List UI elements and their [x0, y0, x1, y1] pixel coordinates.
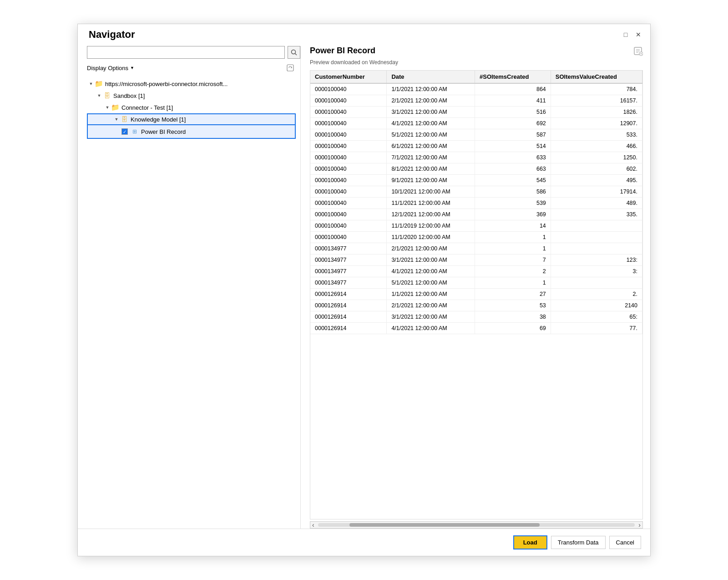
minimize-button[interactable]: □ — [621, 30, 630, 39]
table-row: 00001269144/1/2021 12:00:00 AM6977. — [310, 323, 642, 334]
table-row: 00001349773/1/2021 12:00:00 AM7123: — [310, 254, 642, 266]
table-cell: 0000100040 — [310, 141, 387, 152]
options-row: Display Options ▼ — [87, 62, 300, 73]
tree-label-power-bi-record: Power BI Record — [141, 128, 186, 135]
search-button[interactable] — [288, 46, 300, 59]
folder-icon-connector: 📁 — [111, 104, 120, 111]
close-button[interactable]: ✕ — [634, 30, 643, 39]
table-cell: 1 — [475, 277, 551, 289]
table-cell: 11/1/2021 12:00:00 AM — [387, 198, 475, 209]
table-cell: 0000100040 — [310, 232, 387, 243]
table-cell: 4/1/2021 12:00:00 AM — [387, 323, 475, 334]
table-row: 00001000408/1/2021 12:00:00 AM663602. — [310, 163, 642, 175]
data-table-container[interactable]: CustomerNumber Date #SOItemsCreated SOIt… — [310, 70, 643, 519]
table-cell: 2/1/2021 12:00:00 AM — [387, 95, 475, 107]
settings-icon — [633, 46, 643, 56]
table-cell: 0000100040 — [310, 198, 387, 209]
tree-label-knowledge-model: Knowledge Model [1] — [131, 116, 186, 123]
db-icon-sandbox: 🗄 — [102, 92, 111, 99]
search-input[interactable] — [87, 46, 285, 59]
table-cell: 10/1/2021 12:00:00 AM — [387, 186, 475, 198]
table-cell: 3/1/2021 12:00:00 AM — [387, 311, 475, 323]
toggle-icon-connector: ▼ — [104, 104, 111, 111]
svg-rect-2 — [287, 65, 293, 71]
table-cell: 3/1/2021 12:00:00 AM — [387, 254, 475, 266]
table-cell: 2/1/2021 12:00:00 AM — [387, 243, 475, 254]
toggle-icon-sandbox: ▼ — [96, 92, 102, 99]
cancel-button[interactable]: Cancel — [609, 536, 641, 549]
horizontal-scrollbar[interactable]: ‹ › — [310, 521, 643, 529]
table-cell: 545 — [475, 175, 551, 186]
table-cell: 335. — [551, 209, 642, 220]
table-cell: 5/1/2021 12:00:00 AM — [387, 277, 475, 289]
table-row: 00001000403/1/2021 12:00:00 AM5161826. — [310, 107, 642, 118]
preview-title-text: Power BI Record — [310, 46, 375, 56]
right-panel: Power BI Record Preview downloaded on We… — [301, 46, 650, 529]
chevron-down-icon: ▼ — [130, 66, 134, 70]
display-options-label: Display Options — [87, 65, 128, 71]
table-cell: 411 — [475, 95, 551, 107]
table-cell: 0000100040 — [310, 95, 387, 107]
table-cell: 8/1/2021 12:00:00 AM — [387, 163, 475, 175]
table-cell: 2. — [551, 289, 642, 300]
table-row: 000010004010/1/2021 12:00:00 AM58617914. — [310, 186, 642, 198]
table-cell — [551, 277, 642, 289]
tree-item-sandbox[interactable]: ▼ 🗄 Sandbox [1] — [87, 90, 300, 102]
svg-point-0 — [292, 50, 296, 54]
tree-item-root[interactable]: ▼ 📁 https://microsoft-powerbi-connector.… — [87, 78, 300, 90]
display-options-button[interactable]: Display Options ▼ — [87, 65, 134, 71]
table-cell: 11/1/2020 12:00:00 AM — [387, 232, 475, 243]
table-cell: 663 — [475, 163, 551, 175]
table-body: 00001000401/1/2021 12:00:00 AM864784.000… — [310, 83, 642, 334]
table-cell: 0000126914 — [310, 323, 387, 334]
tree-item-power-bi-record[interactable]: ✓ ⊞ Power BI Record — [87, 125, 296, 139]
table-cell: 0000100040 — [310, 107, 387, 118]
col-header-so-items-created: #SOItemsCreated — [475, 71, 551, 83]
transform-data-button[interactable]: Transform Data — [551, 536, 606, 549]
checkbox-power-bi-record[interactable]: ✓ — [121, 128, 128, 135]
table-cell: 533. — [551, 129, 642, 141]
table-row: 000010004012/1/2021 12:00:00 AM369335. — [310, 209, 642, 220]
table-cell: 5/1/2021 12:00:00 AM — [387, 129, 475, 141]
table-header-row: CustomerNumber Date #SOItemsCreated SOIt… — [310, 71, 642, 83]
table-cell: 516 — [475, 107, 551, 118]
table-row: 000010004011/1/2020 12:00:00 AM1 — [310, 232, 642, 243]
tree-item-connector[interactable]: ▼ 📁 Connector - Test [1] — [87, 102, 300, 113]
table-cell: 602. — [551, 163, 642, 175]
load-button[interactable]: Load — [513, 535, 547, 549]
table-cell: 1/1/2021 12:00:00 AM — [387, 83, 475, 95]
tree-item-knowledge-model[interactable]: ▼ 🗄 Knowledge Model [1] — [87, 113, 296, 125]
preview-refresh-icon[interactable] — [633, 46, 643, 58]
table-row: 00001000404/1/2021 12:00:00 AM69212907. — [310, 118, 642, 129]
scroll-right-icon[interactable]: › — [637, 521, 642, 529]
table-cell: 1250. — [551, 152, 642, 163]
preview-subtitle: Preview downloaded on Wednesday — [310, 59, 643, 66]
table-cell: 784. — [551, 83, 642, 95]
table-cell: 2 — [475, 266, 551, 277]
col-header-so-items-value: SOItemsValueCreated — [551, 71, 642, 83]
table-cell: 7 — [475, 254, 551, 266]
table-cell: 9/1/2021 12:00:00 AM — [387, 175, 475, 186]
table-row: 00001349774/1/2021 12:00:00 AM23: — [310, 266, 642, 277]
table-cell: 0000126914 — [310, 289, 387, 300]
table-cell: 0000134977 — [310, 266, 387, 277]
footer: Load Transform Data Cancel — [78, 529, 650, 556]
table-cell: 6/1/2021 12:00:00 AM — [387, 141, 475, 152]
table-row: 00001269142/1/2021 12:00:00 AM532140 — [310, 300, 642, 311]
refresh-button[interactable] — [285, 62, 296, 73]
tree-label-connector: Connector - Test [1] — [121, 104, 173, 111]
table-cell: 864 — [475, 83, 551, 95]
table-cell: 16157. — [551, 95, 642, 107]
table-row: 000010004011/1/2019 12:00:00 AM14 — [310, 220, 642, 232]
scroll-left-icon[interactable]: ‹ — [310, 521, 316, 529]
refresh-icon — [286, 64, 294, 72]
table-row: 00001000405/1/2021 12:00:00 AM587533. — [310, 129, 642, 141]
search-icon — [291, 49, 297, 56]
window-controls: □ ✕ — [621, 30, 643, 39]
table-cell: 633 — [475, 152, 551, 163]
table-cell: 692 — [475, 118, 551, 129]
search-row — [87, 46, 300, 59]
dialog-title: Navigator — [89, 29, 135, 41]
data-table: CustomerNumber Date #SOItemsCreated SOIt… — [310, 71, 642, 334]
table-cell: 7/1/2021 12:00:00 AM — [387, 152, 475, 163]
